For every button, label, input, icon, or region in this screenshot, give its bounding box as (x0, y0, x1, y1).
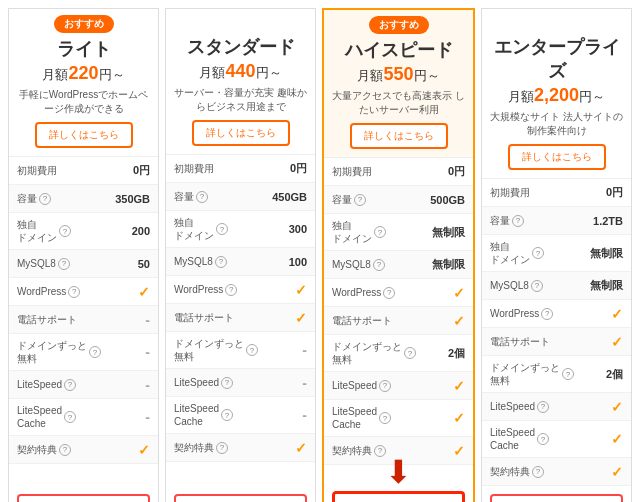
dash-icon: - (145, 409, 150, 425)
info-icon[interactable]: ? (59, 444, 71, 456)
feature-row: ドメインずっと無料?2個 (482, 356, 631, 393)
feature-value: ✓ (425, 378, 465, 394)
detail-button[interactable]: 詳しくはこちら (35, 122, 133, 148)
feature-row: 容量?1.2TB (482, 207, 631, 235)
info-icon[interactable]: ? (374, 226, 386, 238)
plan-price: 月額2,200円～ (508, 85, 605, 106)
feature-row: ドメインずっと無料?- (9, 334, 158, 371)
feature-row: WordPress?✓ (9, 278, 158, 306)
detail-button[interactable]: 詳しくはこちら (350, 123, 448, 149)
info-icon[interactable]: ? (354, 194, 366, 206)
feature-row: 契約特典?✓ (166, 434, 315, 462)
info-icon[interactable]: ? (379, 380, 391, 392)
info-icon[interactable]: ? (64, 379, 76, 391)
detail-button[interactable]: 詳しくはこちら (508, 144, 606, 170)
info-icon[interactable]: ? (215, 256, 227, 268)
plans-container: おすすめライト月額220円～手軽にWordPressでホームページ作成ができる詳… (0, 0, 640, 502)
feature-row: LiteSpeed?- (166, 369, 315, 397)
info-icon[interactable]: ? (246, 344, 258, 356)
feature-value: ✓ (583, 399, 623, 415)
feature-value: 1.2TB (583, 215, 623, 227)
feature-label-text: LiteSpeedCache (490, 426, 535, 452)
feature-value: ✓ (425, 443, 465, 459)
plan-price: 月額220円～ (42, 63, 124, 84)
feature-row: LiteSpeedCache?- (166, 397, 315, 434)
feature-value: ✓ (583, 464, 623, 480)
info-icon[interactable]: ? (216, 223, 228, 235)
feature-label-text: ドメインずっと無料 (332, 340, 402, 366)
feature-value: 2個 (425, 346, 465, 361)
dash-icon: - (302, 342, 307, 358)
feature-label: MySQL8? (174, 256, 267, 268)
dash-icon: - (145, 377, 150, 393)
feature-row: LiteSpeed?- (9, 371, 158, 399)
info-icon[interactable]: ? (379, 412, 391, 424)
info-icon[interactable]: ? (537, 401, 549, 413)
feature-label: 電話サポート (174, 311, 267, 325)
feature-value: 350GB (110, 193, 150, 205)
arrow-indicator: ⬇ (385, 456, 412, 488)
feature-label: MySQL8? (490, 280, 583, 292)
feature-value: 0円 (110, 163, 150, 178)
feature-row: LiteSpeedCache?- (9, 399, 158, 436)
feature-row: WordPress?✓ (482, 300, 631, 328)
plan-name: スタンダード (187, 35, 295, 59)
info-icon[interactable]: ? (196, 191, 208, 203)
feature-value: 100 (267, 256, 307, 268)
feature-value: ✓ (267, 440, 307, 456)
info-icon[interactable]: ? (64, 411, 76, 423)
plan-features: 初期費用0円容量?450GB独自ドメイン?300MySQL8?100WordPr… (166, 154, 315, 486)
info-icon[interactable]: ? (221, 409, 233, 421)
feature-label-text: LiteSpeedCache (332, 405, 377, 431)
trial-button[interactable]: 10日間無料でお試し (17, 494, 150, 502)
info-icon[interactable]: ? (221, 377, 233, 389)
info-icon[interactable]: ? (532, 247, 544, 259)
dash-icon: - (302, 375, 307, 391)
feature-label: 容量? (332, 193, 425, 207)
info-icon[interactable]: ? (532, 466, 544, 478)
feature-label: LiteSpeed? (174, 377, 267, 389)
feature-value: ✓ (583, 431, 623, 447)
info-icon[interactable]: ? (383, 287, 395, 299)
info-icon[interactable]: ? (39, 193, 51, 205)
feature-row: LiteSpeed?✓ (324, 372, 473, 400)
info-icon[interactable]: ? (373, 259, 385, 271)
info-icon[interactable]: ? (68, 286, 80, 298)
feature-label-text: LiteSpeedCache (174, 402, 219, 428)
info-icon[interactable]: ? (59, 225, 71, 237)
feature-label-text: 電話サポート (332, 314, 392, 328)
trial-button[interactable]: 10日間無料でお試し (490, 494, 623, 502)
feature-value: ✓ (425, 313, 465, 329)
trial-button[interactable]: 10日間無料でお試し (174, 494, 307, 502)
feature-label: LiteSpeedCache? (17, 404, 110, 430)
info-icon[interactable]: ? (58, 258, 70, 270)
feature-row: LiteSpeedCache?✓ (324, 400, 473, 437)
feature-label-text: 独自ドメイン (174, 216, 214, 242)
info-icon[interactable]: ? (537, 433, 549, 445)
feature-label: 契約特典? (490, 465, 583, 479)
info-icon[interactable]: ? (531, 280, 543, 292)
detail-button[interactable]: 詳しくはこちら (192, 120, 290, 146)
trial-button[interactable]: 10日間無料でお試し (332, 491, 465, 502)
feature-label: 独自ドメイン? (174, 216, 267, 242)
info-icon[interactable]: ? (89, 346, 101, 358)
info-icon[interactable]: ? (404, 347, 416, 359)
plan-col-standard: スタンダード月額440円～サーバー・容量が充実 趣味からビジネス用途まで詳しくは… (165, 8, 316, 502)
feature-label-text: 独自ドメイン (332, 219, 372, 245)
feature-value: - (110, 312, 150, 328)
plan-header-lite: おすすめライト月額220円～手軽にWordPressでホームページ作成ができる詳… (9, 9, 158, 156)
info-icon[interactable]: ? (512, 215, 524, 227)
check-icon: ✓ (295, 310, 307, 326)
feature-label: WordPress? (490, 308, 583, 320)
info-icon[interactable]: ? (562, 368, 574, 380)
check-icon: ✓ (453, 410, 465, 426)
feature-row: MySQL8?無制限 (482, 272, 631, 300)
feature-label-text: MySQL8 (490, 280, 529, 291)
feature-label: 電話サポート (332, 314, 425, 328)
check-icon: ✓ (453, 443, 465, 459)
feature-value: - (110, 409, 150, 425)
feature-label-text: WordPress (174, 284, 223, 295)
info-icon[interactable]: ? (541, 308, 553, 320)
info-icon[interactable]: ? (216, 442, 228, 454)
info-icon[interactable]: ? (225, 284, 237, 296)
